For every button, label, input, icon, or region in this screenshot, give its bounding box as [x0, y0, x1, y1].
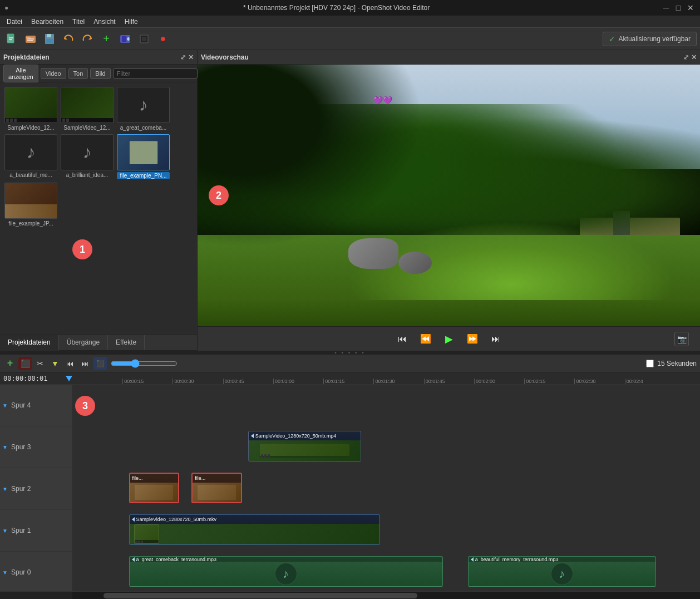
track-content-3[interactable]: SampleVideo_1280x720_50mb.mp4	[72, 426, 700, 468]
tab-projektdateien[interactable]: Projektdateien	[0, 335, 59, 351]
fast-forward-button[interactable]: ⏩	[465, 331, 480, 347]
rewind-button[interactable]: ⏪	[418, 331, 433, 347]
menubar: Datei Bearbeiten Titel Ansicht Hilfe	[0, 16, 700, 28]
audio-note-icon-2: ♪	[27, 142, 36, 163]
clip-spur2-2[interactable]: file...	[191, 473, 241, 503]
timecode-value: 00:00:00:01	[3, 375, 47, 382]
skip-forward-button[interactable]: ⏭	[488, 331, 504, 347]
track-content-2[interactable]: file... file...	[72, 468, 700, 510]
track-row-2: ▼ Spur 2 file...	[0, 468, 700, 510]
ruler-mark-10: 00:02:4	[625, 379, 643, 384]
open-button[interactable]	[22, 31, 39, 47]
duration-checkbox[interactable]	[646, 360, 654, 367]
maximize-button[interactable]: □	[673, 3, 683, 13]
track-content-4[interactable]	[72, 385, 700, 426]
clip-spur1-1[interactable]: SampleVideo_1280x720_50mb.mkv	[129, 514, 380, 545]
screenshot-button[interactable]: 📷	[674, 332, 689, 346]
clip-spur3-1-header: SampleVideo_1280x720_50mb.mp4	[249, 431, 361, 440]
timeline-scissors-button[interactable]: ✂	[33, 357, 47, 370]
filter-input[interactable]	[113, 68, 198, 78]
timeline-remove-button[interactable]: ⬛	[18, 357, 32, 370]
annotation-1: 1	[72, 239, 92, 259]
file-item-1[interactable]: SampleVideo_12...	[4, 87, 57, 131]
clip-spur2-1[interactable]: file...	[129, 473, 179, 503]
track-0-label: Spur 0	[11, 568, 31, 576]
filter-video-button[interactable]: Video	[41, 68, 66, 79]
file-item-5[interactable]: ♪ a_brilliant_idea...	[61, 134, 114, 179]
file-item-4[interactable]: ♪ a_beautiful_me...	[4, 134, 57, 179]
audio-note-icon-1: ♪	[139, 95, 148, 115]
zoom-slider[interactable]	[111, 359, 178, 368]
file-item-7[interactable]: file_example_JP...	[4, 183, 57, 227]
panel-expand-icon[interactable]: ⤢	[180, 53, 186, 61]
clip-spur2-2-label: file...	[195, 475, 205, 481]
panel-close-icon[interactable]: ✕	[188, 53, 194, 61]
clip-spur0-2-header: a_beautiful_memory_terrasound.mp3	[469, 557, 655, 562]
track-label-0: ▼ Spur 0	[0, 552, 72, 591]
menu-hilfe[interactable]: Hilfe	[120, 17, 142, 27]
window-controls: ─ □ ✕	[661, 3, 696, 13]
clip-spur0-1[interactable]: a_great_comeback_terrasound.mp3 ♪	[129, 556, 443, 587]
file-label-2: SampleVideo_12...	[61, 125, 114, 131]
undo-button[interactable]	[60, 31, 77, 47]
track-row-3: ▼ Spur 3 SampleVideo_1280x720_50mb.mp4	[0, 426, 700, 468]
track-content-1[interactable]: SampleVideo_1280x720_50mb.mkv	[72, 510, 700, 552]
export-button[interactable]	[117, 31, 134, 47]
clip-spur2-1-header: file...	[130, 474, 178, 483]
timeline-skip-forward-button[interactable]: ⏭	[78, 357, 92, 370]
tab-effekte[interactable]: Effekte	[108, 335, 145, 350]
track-content-0[interactable]: a_great_comeback_terrasound.mp3 ♪	[72, 552, 700, 591]
file-item-3[interactable]: ♪ a_great_comeba...	[117, 87, 170, 131]
new-project-button[interactable]	[3, 31, 20, 47]
file-item-6[interactable]: file_example_PN...	[117, 134, 170, 179]
menu-ansicht[interactable]: Ansicht	[89, 17, 120, 27]
redo-button[interactable]	[79, 31, 96, 47]
filter-tabs: Alle anzeigen Video Ton Bild ✕	[0, 65, 197, 82]
add-files-button[interactable]: +	[98, 31, 115, 47]
filter-image-button[interactable]: Bild	[90, 68, 110, 79]
video-preview-close-icon[interactable]: ✕	[691, 53, 697, 61]
clip-spur2-2-header: file...	[193, 474, 240, 483]
timeline-arrow-down-button[interactable]: ▼	[48, 357, 62, 370]
video-canvas: 💜💜 2	[198, 65, 700, 326]
video-preview-title: Videovorschau	[201, 53, 683, 61]
svg-rect-10	[46, 39, 53, 43]
minimize-button[interactable]: ─	[661, 3, 671, 13]
record-button[interactable]: ●	[155, 31, 171, 47]
file-grid: SampleVideo_12... SampleVideo_12...	[0, 82, 197, 334]
close-button[interactable]: ✕	[686, 3, 696, 13]
fullscreen-button[interactable]	[136, 31, 152, 47]
window-title: * Unbenanntes Projekt [HDV 720 24p] - Op…	[243, 4, 430, 12]
timeline-snap-button[interactable]: ⬛	[93, 357, 107, 370]
menu-titel[interactable]: Titel	[68, 17, 89, 27]
project-files-title: Projektdateien	[3, 53, 180, 61]
update-badge[interactable]: ✓ Aktualisierung verfügbar	[603, 32, 697, 46]
project-files-panel-icons: ⤢ ✕	[180, 53, 194, 61]
filter-audio-button[interactable]: Ton	[68, 68, 88, 79]
file-item-2[interactable]: SampleVideo_12...	[61, 87, 114, 131]
menu-datei[interactable]: Datei	[2, 17, 27, 27]
timeline-area: + ⬛ ✂ ▼ ⏮ ⏭ ⬛ 15 Sekunden	[0, 354, 700, 599]
save-button[interactable]	[41, 31, 58, 47]
clip-spur0-2[interactable]: a_beautiful_memory_terrasound.mp3 ♪	[468, 556, 656, 587]
clip-spur2-1-label: file...	[132, 475, 143, 481]
timeline-skip-back-button[interactable]: ⏮	[63, 357, 77, 370]
file-label-1: SampleVideo_12...	[4, 125, 57, 131]
timecode-display: 00:00:00:01	[0, 372, 72, 385]
tab-uebergaenge[interactable]: Übergänge	[59, 335, 108, 350]
timeline-add-button[interactable]: +	[3, 357, 17, 370]
timeline-duration: 15 Sekunden	[646, 360, 697, 367]
file-label-6: file_example_PN...	[117, 172, 170, 179]
clip-spur3-1[interactable]: SampleVideo_1280x720_50mb.mp4	[248, 431, 361, 461]
track-1-label: Spur 1	[11, 527, 31, 534]
clip-spur1-1-label: SampleVideo_1280x720_50mb.mkv	[136, 517, 216, 522]
video-preview-expand-icon[interactable]: ⤢	[683, 53, 689, 61]
play-button[interactable]: ▶	[441, 331, 457, 347]
file-label-4: a_beautiful_me...	[4, 172, 57, 178]
filter-all-button[interactable]: Alle anzeigen	[3, 65, 38, 82]
video-controls: ⏮ ⏪ ▶ ⏩ ⏭ 📷	[198, 326, 700, 351]
skip-back-button[interactable]: ⏮	[395, 331, 410, 347]
ruler-mark-8: 00:02:15	[524, 379, 545, 384]
main-content: Projektdateien ⤢ ✕ Alle anzeigen Video T…	[0, 50, 700, 351]
menu-bearbeiten[interactable]: Bearbeiten	[27, 17, 68, 27]
